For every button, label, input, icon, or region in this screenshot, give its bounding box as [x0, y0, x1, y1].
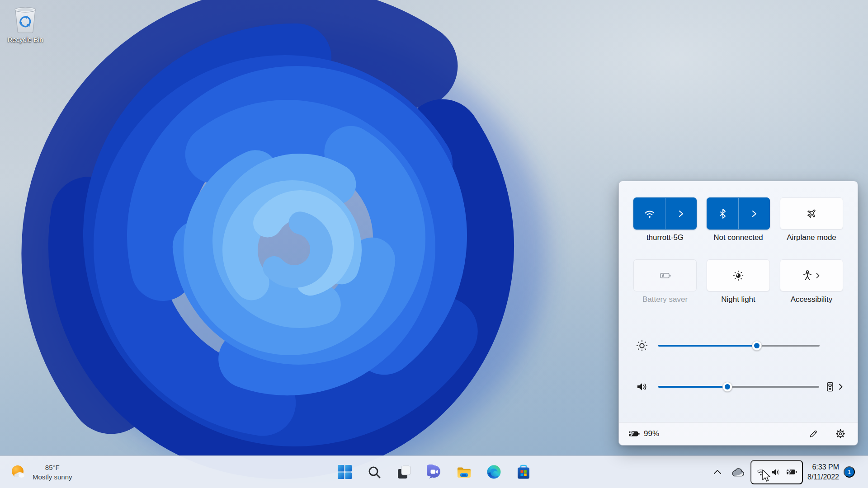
brightness-icon — [636, 340, 648, 352]
store-button[interactable] — [514, 460, 533, 485]
chevron-right-small-icon — [816, 272, 820, 279]
start-icon — [337, 465, 352, 479]
task-view-icon — [397, 465, 411, 479]
show-hidden-icons-button[interactable] — [711, 461, 724, 483]
volume-fill — [658, 386, 727, 388]
clock-button[interactable]: 6:33 PM 8/11/2022 — [807, 461, 839, 483]
battery-saver-icon — [659, 272, 671, 280]
bluetooth-icon — [720, 209, 726, 219]
bluetooth-tile — [707, 197, 770, 230]
edit-quick-settings-button[interactable] — [805, 426, 821, 441]
taskbar-tray: 6:33 PM 8/11/2022 1 — [711, 456, 868, 488]
desktop-icon-recycle-bin[interactable]: Recycle Bin — [4, 5, 47, 43]
weather-widget-button[interactable]: 85°F Mostly sunny — [3, 458, 79, 486]
quick-settings-footer: 99% — [619, 422, 858, 445]
wifi-expand-button[interactable] — [665, 198, 696, 229]
brightness-slider[interactable] — [658, 340, 820, 351]
audio-output-picker-button[interactable] — [826, 381, 843, 393]
quick-settings-tray-button[interactable] — [750, 460, 803, 484]
volume-slider[interactable] — [658, 381, 819, 392]
bluetooth-cell: Not connected — [707, 197, 770, 242]
brightness-fill — [658, 345, 757, 347]
battery-saver-tile[interactable] — [633, 259, 697, 291]
quick-settings-grid: thurrott-5G Not connected — [633, 197, 843, 304]
chat-button[interactable] — [425, 460, 443, 485]
accessibility-icon — [803, 270, 812, 281]
speaker-icon — [636, 381, 648, 392]
chevron-up-icon — [713, 469, 722, 474]
taskbar-center — [335, 456, 533, 488]
taskbar: 85°F Mostly sunny — [0, 455, 868, 488]
weather-temperature: 85°F — [33, 463, 72, 472]
battery-charging-icon — [786, 468, 797, 476]
airplane-mode-tile-label: Airplane mode — [780, 233, 843, 242]
wifi-toggle-button[interactable] — [634, 198, 665, 229]
wifi-tile — [633, 197, 697, 230]
battery-saver-cell: Battery saver — [633, 259, 697, 304]
battery-percent-text: 99% — [644, 429, 659, 438]
airplane-cell: Airplane mode — [780, 197, 843, 242]
weather-sunny-icon — [9, 463, 27, 481]
wifi-icon — [644, 209, 656, 219]
battery-status-button[interactable]: 99% — [628, 429, 659, 438]
speaker-icon — [771, 468, 781, 477]
airplane-icon — [806, 208, 817, 220]
bluetooth-tile-label: Not connected — [707, 233, 770, 242]
battery-charging-icon — [628, 430, 640, 438]
audio-device-icon — [826, 381, 835, 393]
bluetooth-toggle-button[interactable] — [707, 198, 738, 229]
quick-settings-panel: thurrott-5G Not connected — [618, 181, 858, 446]
accessibility-tile[interactable] — [780, 259, 843, 291]
pencil-icon — [809, 429, 818, 438]
search-icon — [368, 465, 381, 479]
search-button[interactable] — [365, 460, 383, 485]
weather-condition: Mostly sunny — [33, 472, 72, 482]
chevron-right-icon — [838, 383, 843, 390]
recycle-bin-icon — [11, 5, 39, 34]
wifi-tile-label: thurrott-5G — [633, 233, 697, 242]
night-light-cell: Night light — [707, 259, 770, 304]
gear-icon — [835, 429, 845, 439]
wifi-icon — [756, 468, 766, 476]
wifi-cell: thurrott-5G — [633, 197, 697, 242]
brightness-thumb[interactable] — [752, 341, 762, 351]
tray-date: 8/11/2022 — [807, 472, 839, 482]
recycle-bin-label: Recycle Bin — [4, 36, 47, 43]
brightness-slider-row — [633, 336, 843, 356]
chevron-right-icon — [751, 210, 757, 217]
chevron-right-icon — [678, 210, 684, 217]
edge-icon — [486, 465, 501, 479]
volume-thumb[interactable] — [722, 382, 732, 392]
file-explorer-button[interactable] — [455, 460, 473, 485]
edge-button[interactable] — [485, 460, 503, 485]
store-icon — [516, 465, 531, 479]
tray-time: 6:33 PM — [807, 462, 839, 472]
onedrive-icon — [731, 468, 745, 477]
night-light-tile-label: Night light — [707, 295, 770, 304]
accessibility-cell: Accessibility — [780, 259, 843, 304]
task-view-button[interactable] — [395, 460, 413, 485]
night-light-tile[interactable] — [707, 259, 770, 291]
onedrive-tray-button[interactable] — [729, 461, 747, 483]
battery-saver-tile-label: Battery saver — [633, 295, 697, 304]
bluetooth-expand-button[interactable] — [738, 198, 769, 229]
airplane-mode-tile[interactable] — [780, 197, 843, 230]
chat-icon — [427, 465, 442, 479]
notification-badge[interactable]: 1 — [844, 466, 855, 478]
settings-button[interactable] — [832, 426, 849, 441]
start-button[interactable] — [335, 460, 354, 485]
file-explorer-icon — [456, 465, 472, 479]
volume-slider-row — [633, 377, 843, 397]
night-light-icon — [733, 270, 744, 281]
accessibility-tile-label: Accessibility — [780, 295, 843, 304]
